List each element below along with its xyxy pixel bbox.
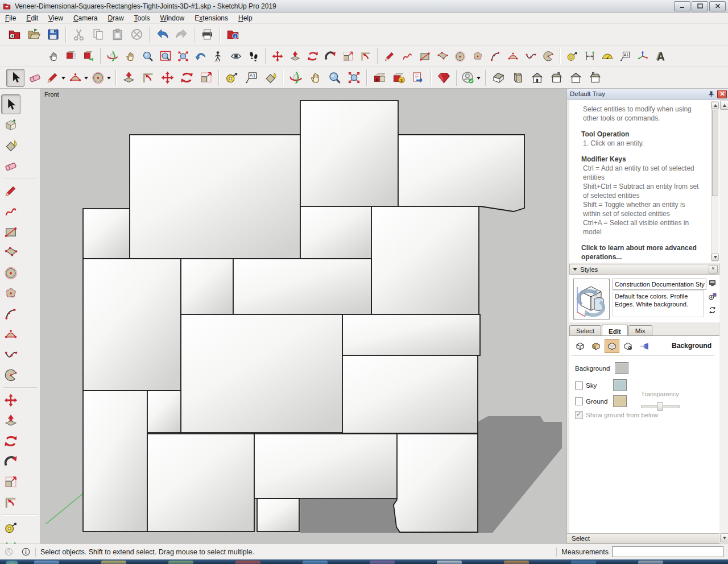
rotated-rectangle-tool-button[interactable] xyxy=(1,242,20,262)
tray-scroll-up-button[interactable] xyxy=(720,101,728,110)
line-tool-button[interactable] xyxy=(1,181,20,201)
pie-button[interactable] xyxy=(540,48,556,64)
delete-button[interactable] xyxy=(127,26,146,44)
redo-button[interactable] xyxy=(172,26,191,44)
two-point-arc-button[interactable] xyxy=(68,69,89,87)
undo-button[interactable] xyxy=(153,26,171,44)
veneer-block-1[interactable] xyxy=(130,135,300,259)
view-back-button[interactable] xyxy=(566,69,585,87)
veneer-block-6[interactable] xyxy=(371,206,479,314)
pan-button[interactable] xyxy=(122,48,138,64)
freehand-tool-button[interactable] xyxy=(1,201,20,221)
interact-hand-button[interactable] xyxy=(45,48,61,64)
text-button[interactable]: A1 xyxy=(242,69,260,87)
polygon-tool-button[interactable] xyxy=(1,283,20,303)
veneer-block-5[interactable] xyxy=(300,206,371,259)
push-pull-button[interactable] xyxy=(119,69,138,87)
background-swatch[interactable] xyxy=(615,362,628,374)
update-style-button[interactable] xyxy=(708,305,718,316)
scale-button[interactable] xyxy=(340,48,356,64)
save-button[interactable] xyxy=(44,26,62,44)
follow-me-tool-button[interactable] xyxy=(1,451,20,471)
rotate-tool-button[interactable] xyxy=(1,431,20,451)
tab-mix[interactable]: Mix xyxy=(628,325,652,335)
scale-button[interactable] xyxy=(197,69,215,87)
create-new-style-button[interactable] xyxy=(708,292,718,302)
menu-view[interactable]: View xyxy=(43,13,68,23)
veneer-block-14[interactable] xyxy=(147,391,181,433)
orbit-button[interactable] xyxy=(287,69,305,87)
veneer-block-8[interactable] xyxy=(181,259,233,314)
extension-warehouse-button[interactable] xyxy=(435,69,453,87)
component-attributes-button[interactable] xyxy=(80,48,97,64)
open-file-button[interactable] xyxy=(24,26,43,44)
background-settings-button[interactable] xyxy=(605,339,619,353)
tab-edit[interactable]: Edit xyxy=(602,325,628,336)
veneer-block-3[interactable] xyxy=(398,135,524,212)
rotated-rectangle-button[interactable] xyxy=(434,48,450,64)
select-section-bar[interactable]: Select xyxy=(567,533,719,544)
model-info-button[interactable]: i xyxy=(224,26,242,44)
view-front-button[interactable] xyxy=(528,69,546,87)
arc-tool-button[interactable] xyxy=(1,304,20,324)
arc-button[interactable] xyxy=(487,48,503,64)
3d-warehouse-button[interactable] xyxy=(370,69,388,87)
zoom-extents-button[interactable] xyxy=(345,69,363,87)
push-pull-button[interactable] xyxy=(287,48,303,64)
veneer-block-15[interactable] xyxy=(147,434,254,532)
zoom-window-button[interactable] xyxy=(157,48,173,64)
orbit-button[interactable] xyxy=(104,48,121,64)
position-camera-button[interactable] xyxy=(210,48,226,64)
send-to-layout-button[interactable] xyxy=(409,69,427,87)
previous-button[interactable] xyxy=(192,48,209,64)
taskbar-button[interactable] xyxy=(101,561,126,564)
style-description-field[interactable]: Default face colors. Profile Edges. Whit… xyxy=(613,290,704,317)
print-button[interactable] xyxy=(198,26,216,44)
view-top-button[interactable] xyxy=(508,69,527,87)
view-iso-button[interactable] xyxy=(489,69,507,87)
model-viewport[interactable]: Front xyxy=(41,89,566,544)
style-thumbnail[interactable] xyxy=(573,279,610,320)
menu-help[interactable]: Help xyxy=(233,13,258,23)
taskbar-button[interactable] xyxy=(168,561,193,564)
three-point-arc-tool-button[interactable] xyxy=(1,345,20,364)
rotate-button[interactable] xyxy=(177,69,196,87)
show-ground-checkbox[interactable] xyxy=(575,411,583,419)
minimize-button[interactable] xyxy=(674,1,690,11)
share-model-button[interactable]: $ xyxy=(390,69,408,87)
circle-button[interactable] xyxy=(452,48,468,64)
component-options-button[interactable] xyxy=(63,48,79,64)
pin-icon[interactable] xyxy=(708,90,715,98)
pan-button[interactable] xyxy=(306,69,324,87)
instructor-scroll-thumb[interactable] xyxy=(712,110,718,196)
make-component-tool-button[interactable] xyxy=(1,115,20,135)
zoom-extents-button[interactable] xyxy=(175,48,191,64)
select-tool-button[interactable] xyxy=(1,94,20,114)
model-canvas[interactable]: Front xyxy=(41,89,566,544)
rectangle-button[interactable] xyxy=(416,48,433,64)
look-around-button[interactable] xyxy=(228,48,244,64)
scale-tool-button[interactable] xyxy=(1,472,20,492)
tray-scrollbar[interactable] xyxy=(719,99,728,544)
maximize-button[interactable] xyxy=(692,1,708,11)
watermark-settings-button[interactable] xyxy=(621,339,635,353)
close-button[interactable] xyxy=(709,1,726,11)
taskbar-button[interactable] xyxy=(504,561,529,564)
sky-swatch[interactable] xyxy=(613,379,627,391)
copy-button[interactable] xyxy=(89,26,107,44)
menu-tools[interactable]: Tools xyxy=(129,13,155,23)
tab-select[interactable]: Select xyxy=(569,325,601,335)
tape-measure-button[interactable] xyxy=(222,69,241,87)
move-button[interactable] xyxy=(158,69,176,87)
view-left-button[interactable] xyxy=(586,69,604,87)
freehand-button[interactable] xyxy=(399,48,415,64)
menu-camera[interactable]: Camera xyxy=(68,13,103,23)
slider-thumb[interactable] xyxy=(657,402,663,411)
sky-checkbox[interactable] xyxy=(575,381,583,389)
line-button[interactable] xyxy=(45,69,67,87)
ground-checkbox[interactable] xyxy=(575,397,583,405)
display-secondary-pane-button[interactable] xyxy=(708,279,718,289)
push-pull-tool-button[interactable] xyxy=(1,410,20,430)
menu-file[interactable]: File xyxy=(0,13,21,23)
taskbar-button[interactable] xyxy=(437,561,462,564)
